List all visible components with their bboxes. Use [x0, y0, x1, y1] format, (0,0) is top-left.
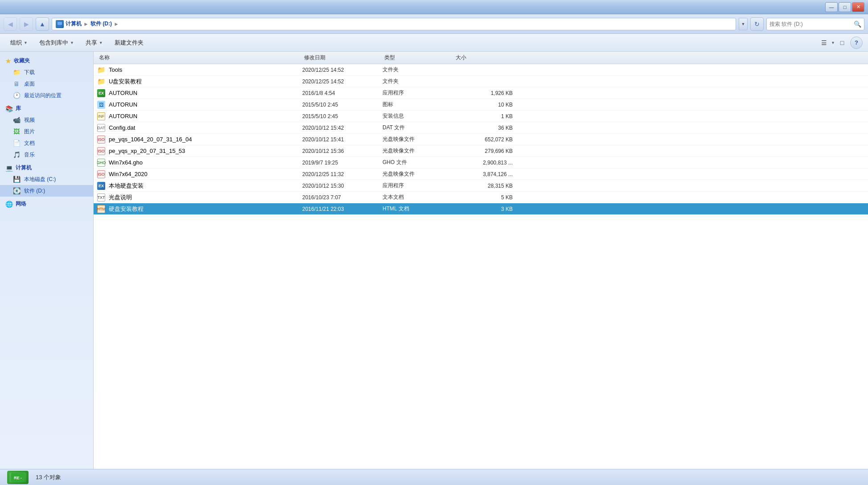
image-icon: 🖼: [12, 127, 21, 136]
file-size: 36 KB: [454, 125, 516, 131]
file-name-cell: 📁 Tools: [97, 66, 302, 74]
computer-nav-icon: 💻: [5, 164, 13, 172]
table-row[interactable]: DAT Config.dat 2020/10/12 15:42 DAT 文件 3…: [94, 122, 868, 134]
sidebar-item-desktop[interactable]: 🖥 桌面: [0, 78, 93, 90]
help-button[interactable]: ?: [850, 37, 863, 49]
sidebar-item-music[interactable]: 🎵 音乐: [0, 149, 93, 160]
file-date: 2020/12/25 11:32: [302, 171, 383, 177]
breadcrumb-drive[interactable]: 软件 (D:): [91, 20, 112, 28]
refresh-button[interactable]: ↻: [750, 17, 764, 31]
col-date-header[interactable]: 修改日期: [302, 54, 383, 62]
table-row[interactable]: ISO Win7x64_2020 2020/12/25 11:32 光盘映像文件…: [94, 169, 868, 180]
table-row[interactable]: EX 本地硬盘安装 2020/10/12 15:30 应用程序 28,315 K…: [94, 180, 868, 192]
docs-label: 文档: [24, 140, 35, 147]
file-size: 3 KB: [454, 206, 516, 212]
new-folder-button[interactable]: 新建文件夹: [110, 36, 148, 49]
exe-blue-icon: EX: [97, 182, 105, 190]
minimize-button[interactable]: —: [825, 2, 838, 12]
file-type: 安装信息: [383, 112, 454, 120]
sidebar-library-header[interactable]: 📚 库: [0, 103, 93, 114]
sidebar-item-recent[interactable]: 🕐 最近访问的位置: [0, 90, 93, 101]
breadcrumb-computer[interactable]: 计算机: [66, 20, 82, 28]
file-date: 2015/5/10 2:45: [302, 102, 383, 108]
favorites-label: 收藏夹: [14, 57, 30, 65]
file-name: Tools: [109, 66, 122, 73]
network-icon: 🌐: [5, 201, 13, 208]
table-row[interactable]: EX AUTORUN 2016/1/8 4:54 应用程序 1,926 KB: [94, 87, 868, 99]
view-chevron: ▼: [831, 41, 835, 45]
status-bar: RE - 13 个对象: [0, 469, 868, 485]
share-label: 共享: [86, 39, 97, 47]
sidebar-library-section: 📚 库 📹 视频 🖼 图片 📄 文档 🎵 音乐: [0, 103, 93, 160]
exe-green-icon: EX: [97, 89, 105, 97]
file-type: 应用程序: [383, 89, 454, 97]
table-row[interactable]: 📁 Tools 2020/12/25 14:52 文件夹: [94, 64, 868, 76]
view-buttons: ☰ ▼ □: [818, 37, 848, 49]
sidebar-item-downloads[interactable]: 📁 下载: [0, 66, 93, 78]
sidebar-item-video[interactable]: 📹 视频: [0, 114, 93, 126]
file-date: 2020/10/12 15:30: [302, 183, 383, 189]
organize-button[interactable]: 组织 ▼: [5, 36, 33, 49]
table-row[interactable]: ISO pe_yqs_xp_20_07_31_15_53 2020/10/12 …: [94, 145, 868, 157]
file-size: 28,315 KB: [454, 183, 516, 189]
breadcrumb-sep2: ►: [114, 21, 119, 27]
svg-rect-0: [58, 22, 62, 25]
table-row[interactable]: TXT 光盘说明 2016/10/23 7:07 文本文档 5 KB: [94, 192, 868, 203]
table-row[interactable]: INF AUTORUN 2015/5/10 2:45 安装信息 1 KB: [94, 111, 868, 122]
html-icon: HTM: [97, 205, 105, 213]
video-icon: 📹: [12, 116, 21, 124]
title-bar: — □ ✕: [0, 0, 868, 14]
col-name-header[interactable]: 名称: [97, 54, 302, 62]
svg-text:RE -: RE -: [14, 476, 22, 480]
table-row[interactable]: 📁 U盘安装教程 2020/12/25 14:52 文件夹: [94, 76, 868, 87]
file-type: 图标: [383, 101, 454, 108]
music-icon: 🎵: [12, 151, 21, 159]
sidebar-network-header[interactable]: 🌐 网络: [0, 198, 93, 210]
include-library-button[interactable]: 包含到库中 ▼: [34, 36, 79, 49]
up-button[interactable]: ▲: [36, 17, 49, 31]
back-button[interactable]: ◀: [4, 17, 17, 31]
share-button[interactable]: 共享 ▼: [81, 36, 108, 49]
file-date: 2016/1/8 4:54: [302, 90, 383, 96]
column-header: 名称 修改日期 类型 大小: [94, 52, 868, 64]
share-chevron: ▼: [99, 41, 103, 45]
col-size-header[interactable]: 大小: [454, 54, 516, 62]
txt-icon: TXT: [97, 193, 105, 201]
file-name-cell: 📁 U盘安装教程: [97, 78, 302, 86]
search-input[interactable]: [769, 21, 852, 27]
file-size: 652,072 KB: [454, 136, 516, 143]
gho-icon: GHO: [97, 159, 105, 167]
table-row[interactable]: HTM 硬盘安装教程 2016/11/21 22:03 HTML 文档 3 KB: [94, 203, 868, 215]
folder-file-icon: 📁: [97, 78, 105, 86]
file-name: AUTORUN: [109, 101, 137, 108]
status-logo: RE -: [7, 471, 29, 484]
table-row[interactable]: GHO Win7x64.gho 2019/9/7 19:25 GHO 文件 2,…: [94, 157, 868, 169]
sidebar-computer-header[interactable]: 💻 计算机: [0, 162, 93, 173]
table-row[interactable]: 🖼 AUTORUN 2015/5/10 2:45 图标 10 KB: [94, 99, 868, 111]
breadcrumb-dropdown[interactable]: ▼: [739, 18, 748, 30]
file-type: 光盘映像文件: [383, 170, 454, 178]
file-name: pe_yqs_xp_20_07_31_15_53: [109, 148, 185, 154]
file-name: AUTORUN: [109, 113, 137, 119]
file-name: 硬盘安装教程: [109, 205, 144, 213]
organize-label: 组织: [10, 39, 22, 47]
dat-icon: DAT: [97, 124, 105, 132]
file-list: 📁 Tools 2020/12/25 14:52 文件夹 📁 U盘安装教程 20…: [94, 64, 868, 469]
file-date: 2020/10/12 15:36: [302, 148, 383, 154]
file-type: 光盘映像文件: [383, 147, 454, 155]
sidebar-favorites-header[interactable]: ★ 收藏夹: [0, 55, 93, 66]
sidebar-item-docs[interactable]: 📄 文档: [0, 137, 93, 149]
search-box[interactable]: 🔍: [766, 18, 864, 30]
sidebar-item-d-drive[interactable]: 💽 软件 (D:): [0, 185, 93, 197]
sidebar-item-images[interactable]: 🖼 图片: [0, 126, 93, 137]
view-toggle-button[interactable]: ☰: [818, 37, 830, 49]
table-row[interactable]: ISO pe_yqs_1064_20_07_31_16_04 2020/10/1…: [94, 134, 868, 145]
close-button[interactable]: ✕: [852, 2, 864, 12]
forward-button[interactable]: ▶: [20, 17, 33, 31]
view-size-button[interactable]: □: [836, 37, 848, 49]
toolbar: 组织 ▼ 包含到库中 ▼ 共享 ▼ 新建文件夹 ☰ ▼ □ ?: [0, 34, 868, 52]
sidebar-item-c-drive[interactable]: 💾 本地磁盘 (C:): [0, 173, 93, 185]
col-type-header[interactable]: 类型: [383, 54, 454, 62]
doc-icon: 📄: [12, 139, 21, 147]
maximize-button[interactable]: □: [839, 2, 851, 12]
